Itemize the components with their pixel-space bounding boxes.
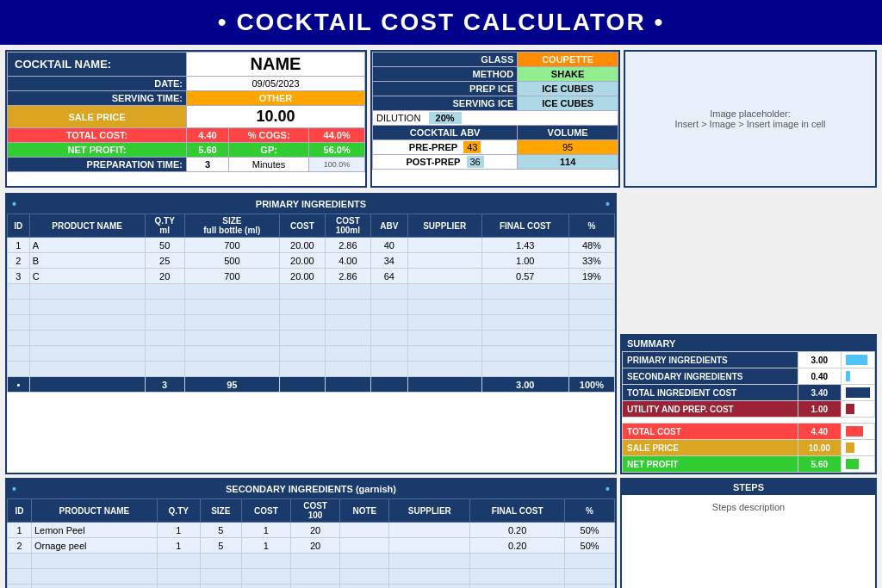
cell-cost100: 20 [291,523,340,538]
empty-cell [481,315,568,331]
footer-size: 95 [184,377,280,393]
empty-cell [280,300,326,315]
table-row[interactable]: 1 Lemon Peel 1 5 1 20 0.20 50% [8,523,615,538]
glass-label: GLASS [373,53,518,67]
empty-row [8,585,615,589]
pre-prep-vol: 95 [518,140,618,155]
empty-cell [184,346,280,362]
cocktail-name-value[interactable]: NAME [187,53,365,77]
right-panel-bottom: STEPS Steps description [620,478,877,588]
glass-value[interactable]: COUPETTE [518,53,618,67]
method-value[interactable]: SHAKE [518,67,618,82]
sec-col-product-name: PRODUCT NAME [31,499,157,523]
utility-sum-value: 1.00 [798,401,841,418]
cell-size[interactable]: 700 [184,269,280,284]
table-row[interactable]: 2 Ornage peel 1 5 1 20 0.20 50% [8,538,615,554]
net-sum-value: 5.60 [798,456,841,473]
image-placeholder: Image placeholder: Insert > Image > Inse… [624,50,877,188]
cocktail-info-panel: COCKTAIL NAME: NAME DATE: 09/05/2023 SER… [5,50,367,188]
cell-size[interactable]: 5 [200,538,241,554]
primary-sum-label: PRIMARY INGREDIENTS [623,352,798,368]
table-row[interactable]: 1 A 50 700 20.00 2.86 40 1.43 48% [8,238,615,253]
summary-header: SUMMARY [622,336,875,351]
empty-cell [325,300,370,315]
sale-price-value[interactable]: 10.00 [187,106,365,128]
post-prep-label: POST-PREP [406,157,460,167]
cell-cost[interactable]: 20.00 [280,253,326,269]
cell-name[interactable]: Lemon Peel [31,523,157,538]
cell-supplier[interactable] [407,253,481,269]
empty-cell [280,315,326,331]
serving-time-value[interactable]: OTHER [187,91,365,106]
cell-size[interactable]: 500 [184,253,280,269]
empty-cell [340,585,389,589]
cell-supplier[interactable] [407,238,481,253]
empty-cell [280,284,326,300]
volume-label: VOLUME [518,126,618,140]
cell-name[interactable]: Ornage peel [31,538,157,554]
cell-pct: 19% [568,269,614,284]
empty-row [8,362,615,377]
cell-cost[interactable]: 20.00 [280,269,326,284]
cell-note[interactable] [340,538,389,554]
cell-cost[interactable]: 1 [241,538,290,554]
cell-abv[interactable]: 64 [371,269,408,284]
empty-cell [31,554,157,569]
cell-pct: 48% [568,238,614,253]
cell-qty[interactable]: 50 [145,238,184,253]
empty-cell [389,585,470,589]
empty-cell [241,585,290,589]
cell-cost[interactable]: 20.00 [280,238,326,253]
empty-cell [568,362,614,377]
primary-dot-right: • [606,197,610,211]
cell-qty[interactable]: 1 [157,538,200,554]
empty-cell [184,315,280,331]
col-supplier: SUPPLIER [407,214,481,238]
empty-cell [184,362,280,377]
empty-cell [325,284,370,300]
cell-name[interactable]: C [29,269,145,284]
cell-qty[interactable]: 25 [145,253,184,269]
page: • COCKTAIL COST CALCULATOR • COCKTAIL NA… [0,0,882,588]
cell-abv[interactable]: 40 [371,238,408,253]
col-size: SIZEfull bottle (ml) [184,214,280,238]
cell-supplier[interactable] [407,269,481,284]
sale-bar-cell [842,440,875,456]
page-title: • COCKTAIL COST CALCULATOR • [0,0,882,45]
total-ing-sum-label: TOTAL INGREDIENT COST [623,385,798,401]
col-id: ID [8,214,30,238]
cell-size[interactable]: 5 [200,523,241,538]
empty-cell [280,362,326,377]
cell-supplier[interactable] [389,538,470,554]
empty-cell [325,315,370,331]
serving-ice-value[interactable]: ICE CUBES [518,96,618,111]
empty-cell [280,331,326,346]
total-ing-bar-cell [842,385,875,401]
empty-cell [280,346,326,362]
date-value[interactable]: 09/05/2023 [187,77,365,91]
secondary-ingredients-section: • SECONDARY INGREDIENTS (garnish) • ID P… [5,478,617,588]
cell-supplier[interactable] [389,523,470,538]
cell-name[interactable]: A [29,238,145,253]
prep-ice-value[interactable]: ICE CUBES [518,82,618,96]
cell-name[interactable]: B [29,253,145,269]
cell-qty[interactable]: 20 [145,269,184,284]
total-cost-sum-value: 4.40 [798,424,841,440]
total-cost-value: 4.40 [187,128,229,143]
secondary-section-header: • SECONDARY INGREDIENTS (garnish) • [7,480,615,498]
empty-cell [325,346,370,362]
empty-cell [29,284,145,300]
cell-cost[interactable]: 1 [241,523,290,538]
cell-size[interactable]: 700 [184,238,280,253]
cell-abv[interactable]: 34 [371,253,408,269]
cell-note[interactable] [340,523,389,538]
table-row[interactable]: 2 B 25 500 20.00 4.00 34 1.00 33% [8,253,615,269]
cell-qty[interactable]: 1 [157,523,200,538]
sec-col-note: NOTE [340,499,389,523]
empty-cell [371,315,408,331]
sec-col-qty: Q.TY [157,499,200,523]
serving-time-label: SERVING TIME: [8,91,187,106]
empty-cell [8,346,30,362]
empty-cell [184,300,280,315]
table-row[interactable]: 3 C 20 700 20.00 2.86 64 0.57 19% [8,269,615,284]
